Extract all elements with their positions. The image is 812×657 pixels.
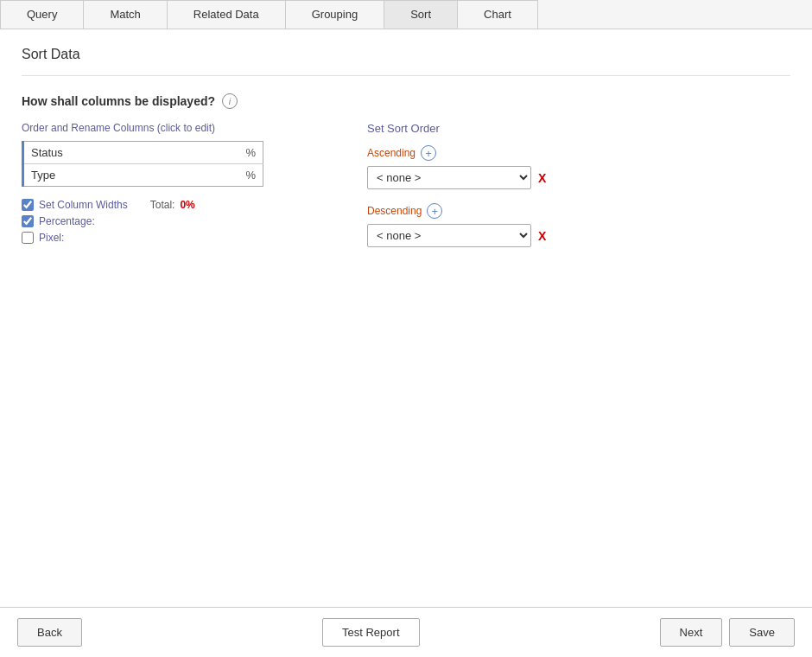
section-title: Sort Data	[22, 47, 790, 62]
next-button[interactable]: Next	[660, 618, 723, 647]
total-value: 0%	[180, 199, 194, 211]
table-row[interactable]: Status %	[23, 142, 263, 164]
order-rename-label: Order and Rename Columns (click to edit)	[22, 122, 315, 134]
save-button[interactable]: Save	[729, 618, 795, 647]
column-pct: %	[215, 142, 263, 164]
two-column-layout: Order and Rename Columns (click to edit)…	[22, 122, 790, 261]
tab-chart[interactable]: Chart	[457, 0, 538, 29]
percentage-label: Percentage:	[39, 215, 95, 227]
descending-group: Descending + < none > X	[367, 203, 790, 247]
ascending-header: Ascending +	[367, 145, 790, 161]
ascending-select[interactable]: < none >	[367, 166, 531, 189]
ascending-add-button[interactable]: +	[421, 145, 436, 161]
percentage-row: Percentage:	[22, 215, 315, 227]
sort-order-label: Set Sort Order	[367, 122, 790, 135]
descending-select-row: < none > X	[367, 224, 790, 247]
footer-center: Test Report	[322, 618, 419, 647]
ascending-group: Ascending + < none > X	[367, 145, 790, 189]
tab-grouping[interactable]: Grouping	[285, 0, 384, 29]
column-name: Type	[23, 164, 215, 187]
descending-add-button[interactable]: +	[427, 203, 442, 219]
column-pct: %	[215, 164, 263, 187]
set-column-widths-checkbox[interactable]	[22, 199, 34, 211]
descending-label: Descending	[367, 205, 422, 217]
descending-select[interactable]: < none >	[367, 224, 531, 247]
ascending-remove-button[interactable]: X	[536, 171, 548, 185]
pixel-row: Pixel:	[22, 232, 315, 244]
table-row[interactable]: Type %	[23, 164, 263, 187]
columns-table: Status % Type %	[22, 141, 263, 187]
tab-bar: Query Match Related Data Grouping Sort C…	[0, 0, 812, 29]
tab-related-data[interactable]: Related Data	[167, 0, 286, 29]
left-column: Order and Rename Columns (click to edit)…	[22, 122, 315, 261]
checkboxes-section: Set Column Widths Total: 0% Percentage: …	[22, 199, 315, 244]
descending-remove-button[interactable]: X	[536, 229, 548, 243]
tab-match[interactable]: Match	[83, 0, 167, 29]
descending-header: Descending +	[367, 203, 790, 219]
tab-query[interactable]: Query	[0, 0, 84, 29]
set-column-widths-row: Set Column Widths	[22, 199, 128, 211]
footer-left: Back	[17, 618, 82, 647]
back-button[interactable]: Back	[17, 618, 82, 647]
test-report-button[interactable]: Test Report	[322, 618, 419, 647]
tab-sort[interactable]: Sort	[384, 0, 458, 29]
right-column: Set Sort Order Ascending + < none > X De…	[367, 122, 790, 261]
column-name: Status	[23, 142, 215, 164]
set-column-widths-label: Set Column Widths	[39, 199, 128, 211]
pixel-checkbox[interactable]	[22, 232, 34, 244]
divider	[22, 75, 790, 76]
main-content: Sort Data How shall columns be displayed…	[0, 29, 812, 607]
question-label: How shall columns be displayed? i	[22, 93, 790, 109]
pixel-label: Pixel:	[39, 232, 64, 244]
total-label: Total:	[150, 199, 175, 211]
info-icon[interactable]: i	[222, 93, 238, 109]
total-row: Total: 0%	[133, 199, 195, 211]
footer: Back Test Report Next Save	[0, 607, 812, 657]
ascending-select-row: < none > X	[367, 166, 790, 189]
question-text: How shall columns be displayed?	[22, 94, 215, 108]
percentage-checkbox[interactable]	[22, 215, 34, 227]
ascending-label: Ascending	[367, 147, 416, 159]
footer-right: Next Save	[660, 618, 795, 647]
